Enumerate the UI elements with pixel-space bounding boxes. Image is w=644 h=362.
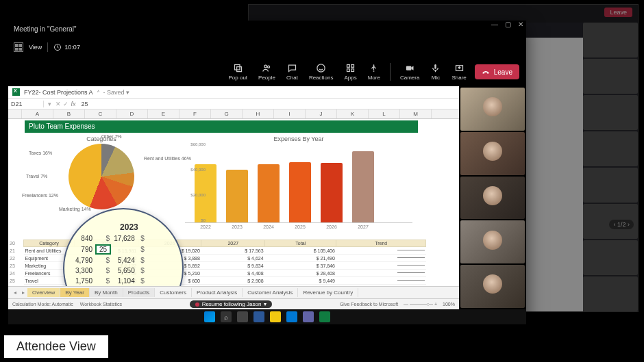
sheet-title-banner: Pluto Team Expenses (25, 120, 418, 133)
search-icon[interactable]: ⌕ (221, 311, 232, 322)
participant-video[interactable] (460, 88, 525, 131)
participant-video[interactable] (460, 132, 525, 175)
taskview-icon[interactable] (237, 311, 248, 322)
bar (289, 162, 311, 223)
svg-rect-6 (351, 65, 354, 68)
categories-pie-chart (69, 144, 134, 209)
participant-video[interactable] (460, 177, 525, 220)
column-header[interactable]: L (369, 109, 400, 118)
view-label: View (29, 44, 42, 51)
excel-logo-icon (12, 88, 20, 96)
chat-button[interactable]: Chat (282, 62, 302, 82)
start-icon[interactable] (204, 311, 215, 322)
svg-point-4 (317, 64, 325, 72)
meeting-toolbar: Pop out People Chat Reactions Apps More … (8, 57, 526, 86)
reactions-button[interactable]: Reactions (305, 62, 338, 82)
sheet-nav-prev[interactable]: ◂ (11, 289, 19, 296)
close-button[interactable]: ✕ (518, 21, 523, 28)
sheet-tab[interactable]: By Month (90, 288, 123, 297)
column-header[interactable]: M (400, 109, 432, 118)
svg-rect-11 (406, 66, 412, 70)
meeting-title-text: Meeting in "General" (14, 25, 77, 33)
bar (258, 164, 280, 222)
svg-rect-5 (347, 65, 350, 68)
popout-button[interactable]: Pop out (224, 62, 251, 82)
status-calc-mode: Calculation Mode: Automatic (12, 302, 73, 307)
sheet-tab[interactable]: Overview (27, 288, 60, 297)
status-workbook-stats[interactable]: Workbook Statistics (80, 302, 122, 307)
minimize-button[interactable]: — (491, 21, 498, 28)
bar (352, 151, 374, 222)
participant-video[interactable] (460, 220, 525, 263)
bg-leave-button[interactable]: Leave (604, 8, 632, 17)
sheet-tab[interactable]: Products (123, 288, 156, 297)
formula-bar[interactable]: 25 (79, 101, 91, 107)
excel-filename: FY22- Cost Projections A (24, 89, 93, 96)
participant-video[interactable] (460, 265, 525, 308)
svg-point-10 (373, 70, 375, 72)
svg-rect-7 (347, 69, 350, 72)
outlook-icon[interactable] (286, 311, 297, 322)
column-header[interactable]: A (22, 109, 53, 118)
sheet-tab[interactable]: By Year (60, 288, 90, 297)
shared-screen-excel: FY22- Cost Projections A ᴬ - Saved ▾ D21… (8, 86, 459, 309)
camera-button[interactable]: Camera (396, 62, 423, 82)
column-header[interactable]: D (116, 109, 148, 118)
excel-icon[interactable] (319, 311, 330, 322)
column-header[interactable]: J (306, 109, 337, 118)
people-button[interactable]: People (254, 62, 280, 82)
teams-icon[interactable] (303, 311, 314, 322)
svg-point-2 (264, 65, 267, 68)
apps-button[interactable]: Apps (340, 62, 360, 82)
sheet-tab[interactable]: Customer Analysis (243, 288, 298, 297)
svg-point-3 (267, 66, 269, 68)
sheet-tabs: ◂ ▸ OverviewBy YearBy MonthProductsCusto… (8, 286, 459, 298)
sheet-tab[interactable]: Product Analysis (192, 288, 243, 297)
sheet-tab[interactable]: Customers (155, 288, 192, 297)
annotation-caption: Attendee View (4, 335, 108, 358)
share-button[interactable]: Share (447, 62, 470, 82)
column-header[interactable]: K (337, 109, 369, 118)
mic-button[interactable]: Mic (426, 62, 445, 82)
column-header[interactable]: G (211, 109, 243, 118)
column-header[interactable]: I (274, 109, 306, 118)
svg-point-9 (373, 64, 375, 66)
windows-taskbar: ⌕ (8, 309, 526, 324)
resume-following-pill[interactable]: Resume following Jason ▾ (190, 300, 273, 308)
meeting-timer: 10:07 (53, 43, 80, 51)
explorer-icon[interactable] (270, 311, 281, 322)
participant-video-column (459, 86, 526, 309)
svg-rect-8 (351, 69, 354, 72)
sheet-tab[interactable]: Revenue by Country (298, 288, 358, 297)
leave-button[interactable]: Leave (475, 64, 519, 79)
bar (321, 163, 343, 222)
column-header[interactable]: H (243, 109, 274, 118)
meeting-window: Meeting in "General" — ▢ ✕ View 10:07 Po… (8, 21, 526, 324)
edge-icon[interactable] (253, 311, 264, 322)
svg-rect-12 (435, 64, 437, 69)
bar-title: Expenses By Year (185, 135, 412, 142)
column-header[interactable]: E (148, 109, 179, 118)
meeting-titlebar: Meeting in "General" — ▢ ✕ (8, 21, 526, 37)
maximize-button[interactable]: ▢ (505, 21, 511, 28)
excel-namebox[interactable]: D21 (8, 101, 44, 107)
feedback-link[interactable]: Give Feedback to Microsoft (340, 302, 398, 307)
column-header[interactable]: B (53, 109, 85, 118)
column-header[interactable]: F (179, 109, 211, 118)
more-button[interactable]: More (364, 62, 384, 82)
zoom-level[interactable]: 100% (443, 302, 455, 307)
fx-icon: fx (69, 101, 79, 107)
view-grid-icon[interactable] (14, 42, 23, 52)
bg-pager[interactable]: ‹ 1/2 › (609, 220, 634, 229)
column-header[interactable]: C (85, 109, 116, 118)
expenses-bar-chart: $60,000$40,000$20,000$0 (185, 142, 412, 223)
magnifier-circle: 2023840$17,628$79025$4,790$5,424$3,300$5… (63, 208, 184, 286)
bar (226, 170, 248, 222)
sheet-nav-next[interactable]: ▸ (19, 289, 27, 296)
